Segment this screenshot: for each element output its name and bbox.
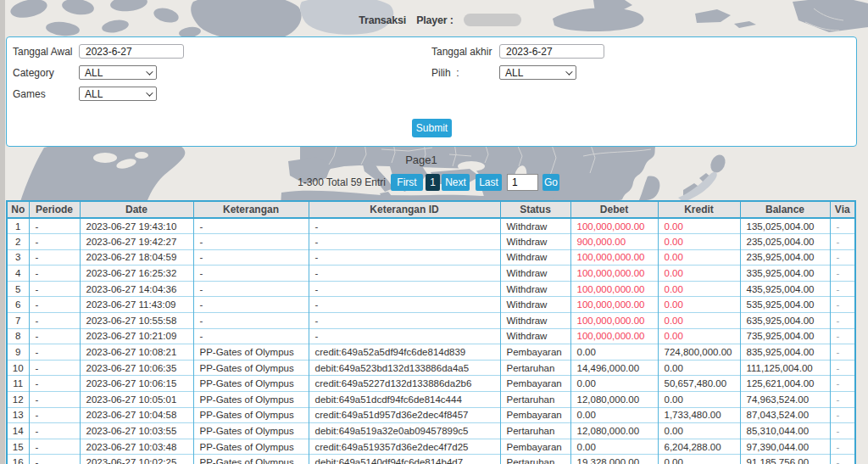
tanggal-awal-label: Tanggal Awal [13, 46, 73, 58]
cell-debet: 100,000,000.00 [570, 266, 658, 282]
cell-keterangan-id: credit:649a52a5df94fc6de814d839 [309, 344, 500, 361]
cell-status: Pertaruhan [500, 423, 570, 439]
cell-no: 16 [7, 455, 29, 464]
cell-date: 2023-06-27 10:05:01 [80, 392, 193, 408]
cell-via: - [830, 297, 855, 313]
games-select[interactable]: ALL [79, 87, 157, 101]
tanggal-akhir-input[interactable] [499, 44, 604, 59]
cell-balance: 85,310,044.00 [740, 423, 830, 439]
cell-periode: - [29, 423, 80, 439]
cell-keterangan-id: - [309, 218, 500, 234]
cell-kredit: 1,733,480.00 [658, 407, 740, 423]
column-header-keterangan: Keterangan [193, 201, 309, 218]
table-row: 2-2023-06-27 19:42:27--Withdraw900,000.0… [7, 234, 855, 250]
cell-debet: 100,000,000.00 [570, 281, 658, 297]
current-page-button[interactable]: 1 [426, 174, 440, 191]
category-select[interactable]: ALL [79, 65, 157, 80]
cell-keterangan: - [193, 281, 309, 297]
column-header-debet: Debet [570, 201, 658, 218]
submit-button[interactable]: Submit [412, 119, 452, 137]
cell-via: - [830, 360, 855, 376]
goto-page-input[interactable] [507, 174, 538, 191]
cell-debet: 19,328,000.00 [570, 455, 658, 464]
cell-keterangan-id: - [309, 266, 500, 282]
cell-kredit: 6,204,288.00 [658, 439, 740, 455]
cell-status: Pembayaran [500, 439, 570, 455]
cell-keterangan-id: - [309, 297, 500, 313]
cell-keterangan: - [193, 328, 309, 344]
cell-balance: 235,025,004.00 [740, 234, 830, 250]
cell-status: Pembayaran [500, 407, 570, 423]
first-page-button[interactable]: First [391, 174, 423, 191]
cell-balance: 125,621,004.00 [740, 376, 830, 392]
table-header-row: NoPeriodeDateKeteranganKeterangan IDStat… [7, 201, 855, 218]
category-label: Category [13, 67, 54, 79]
cell-no: 14 [7, 423, 29, 439]
last-page-button[interactable]: Last [476, 174, 502, 191]
table-row: 12-2023-06-27 10:05:01PP-Gates of Olympu… [7, 392, 855, 408]
cell-keterangan: PP-Gates of Olympus [193, 439, 309, 455]
column-header-periode: Periode [29, 201, 80, 218]
cell-date: 2023-06-27 10:02:25 [80, 455, 193, 464]
cell-balance: 335,925,004.00 [740, 266, 830, 282]
cell-debet: 100,000,000.00 [570, 218, 658, 234]
cell-debet: 900,000.00 [570, 234, 658, 250]
column-header-keterangan-id: Keterangan ID [309, 201, 500, 218]
cell-balance: 535,925,004.00 [740, 297, 830, 313]
cell-balance: 87,043,524.00 [740, 407, 830, 423]
cell-via: - [830, 234, 855, 250]
cell-date: 2023-06-27 10:06:15 [80, 376, 193, 392]
cell-periode: - [29, 313, 80, 329]
cell-via: - [830, 407, 855, 423]
column-header-kredit: Kredit [658, 201, 740, 218]
table-row: 4-2023-06-27 16:25:32--Withdraw100,000,0… [7, 266, 855, 282]
cell-keterangan-id: - [309, 328, 500, 344]
cell-kredit: 0.00 [658, 281, 740, 297]
transactions-table: NoPeriodeDateKeteranganKeterangan IDStat… [6, 200, 856, 464]
cell-periode: - [29, 392, 80, 408]
cell-no: 6 [7, 297, 29, 313]
cell-keterangan-id: credit:649a5227d132d133886da2b6 [309, 376, 500, 392]
cell-debet: 0.00 [570, 376, 658, 392]
cell-kredit: 0.00 [658, 234, 740, 250]
cell-no: 10 [7, 360, 29, 376]
cell-balance: 835,925,004.00 [740, 344, 830, 361]
table-row: 11-2023-06-27 10:06:15PP-Gates of Olympu… [7, 376, 855, 392]
cell-balance: 97,390,044.00 [740, 439, 830, 455]
cell-periode: - [29, 439, 80, 455]
cell-no: 8 [7, 328, 29, 344]
cell-debet: 0.00 [570, 344, 658, 361]
cell-no: 4 [7, 266, 29, 282]
tanggal-akhir-label: Tanggal akhir [431, 46, 492, 58]
games-select-value: ALL [85, 88, 103, 100]
category-select-value: ALL [85, 67, 103, 79]
go-button[interactable]: Go [542, 174, 559, 191]
next-page-button[interactable]: Next [442, 174, 470, 191]
table-row: 10-2023-06-27 10:06:35PP-Gates of Olympu… [7, 360, 855, 376]
pilih-select-value: ALL [505, 67, 523, 79]
table-row: 5-2023-06-27 14:04:36--Withdraw100,000,0… [7, 281, 855, 297]
pilih-select[interactable]: ALL [499, 65, 576, 80]
cell-status: Withdraw [500, 328, 570, 344]
cell-date: 2023-06-27 16:25:32 [80, 266, 193, 282]
cell-balance: 735,925,004.00 [740, 328, 830, 344]
cell-via: - [830, 376, 855, 392]
cell-status: Pertaruhan [500, 392, 570, 408]
cell-date: 2023-06-27 14:04:36 [80, 281, 193, 297]
cell-periode: - [29, 344, 80, 361]
cell-keterangan-id: - [309, 281, 500, 297]
cell-no: 2 [7, 234, 29, 250]
cell-periode: - [29, 249, 80, 266]
cell-periode: - [29, 455, 80, 464]
cell-periode: - [29, 218, 80, 234]
table-row: 7-2023-06-27 10:55:58--Withdraw100,000,0… [7, 313, 855, 329]
cell-status: Withdraw [500, 297, 570, 313]
cell-via: - [830, 218, 855, 234]
cell-no: 15 [7, 439, 29, 455]
cell-debet: 12,080,000.00 [570, 392, 658, 408]
filter-panel: Tanggal Awal Tanggal akhir Category ALL … [6, 36, 857, 147]
cell-balance: 435,925,004.00 [740, 281, 830, 297]
cell-no: 7 [7, 313, 29, 329]
tanggal-awal-input[interactable] [79, 44, 184, 59]
cell-periode: - [29, 266, 80, 282]
